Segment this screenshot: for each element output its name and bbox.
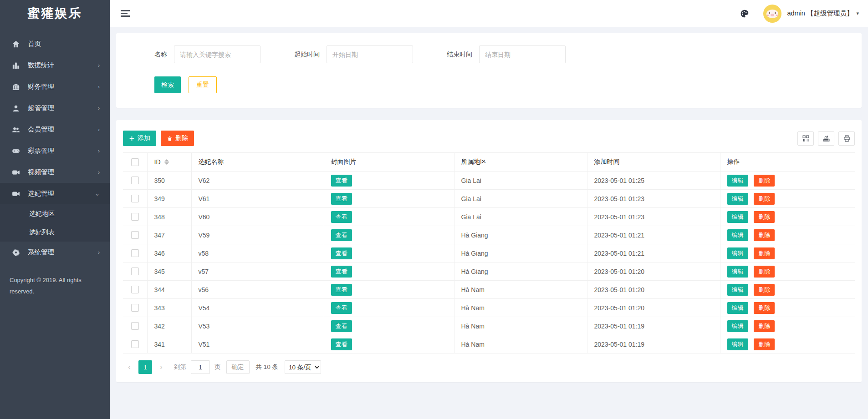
row-checkbox[interactable]	[131, 213, 139, 221]
select-all-checkbox[interactable]	[131, 158, 139, 166]
sidebar-item-home[interactable]: 首页	[0, 33, 110, 55]
confirm-page-button[interactable]: 确定	[226, 360, 250, 374]
delete-row-button[interactable]: 删除	[754, 320, 775, 332]
delete-row-button[interactable]: 删除	[754, 266, 775, 278]
cell-time: 2023-05-01 01:23	[587, 208, 720, 226]
row-checkbox[interactable]	[131, 340, 139, 348]
cell-region: Hà Nam	[454, 299, 587, 317]
delete-row-button[interactable]: 删除	[754, 211, 775, 223]
edit-button[interactable]: 编辑	[727, 302, 748, 314]
per-page-select[interactable]: 10 条/页	[285, 360, 321, 374]
sidebar-subitem-concubine-region[interactable]: 选妃地区	[0, 204, 110, 223]
edit-button[interactable]: 编辑	[727, 266, 748, 278]
delete-row-button[interactable]: 删除	[754, 247, 775, 259]
view-button[interactable]: 查看	[331, 229, 352, 241]
delete-row-button[interactable]: 删除	[754, 338, 775, 350]
copyright-text: Copyright © 2019. All rights reserved.	[10, 275, 101, 297]
sidebar-item-superadmin[interactable]: 超管管理 ›	[0, 97, 110, 119]
row-checkbox[interactable]	[131, 286, 139, 293]
view-button[interactable]: 查看	[331, 338, 352, 350]
cell-time: 2023-05-01 01:19	[587, 317, 720, 335]
edit-button[interactable]: 编辑	[727, 320, 748, 332]
sidebar-item-lottery[interactable]: 彩票管理 ›	[0, 140, 110, 162]
sidebar-item-system[interactable]: 系统管理 ›	[0, 242, 110, 263]
search-button[interactable]: 检索	[154, 76, 181, 93]
row-checkbox[interactable]	[131, 304, 139, 312]
view-button[interactable]: 查看	[331, 247, 352, 259]
sidebar-item-concubine[interactable]: 选妃管理 ⌄	[0, 183, 110, 204]
user-avatar[interactable]	[763, 5, 781, 23]
cell-id: 342	[147, 317, 191, 335]
header-actions: 操作	[720, 153, 855, 172]
table-row: 344 v56 查看 Hà Nam 2023-05-01 01:20 编辑 删除	[123, 281, 855, 299]
delete-row-button[interactable]: 删除	[754, 193, 775, 205]
edit-button[interactable]: 编辑	[727, 284, 748, 296]
sidebar-item-members[interactable]: 会员管理 ›	[0, 119, 110, 140]
chevron-right-icon: ›	[98, 249, 100, 256]
page-number-button[interactable]: 1	[138, 360, 152, 374]
row-checkbox[interactable]	[131, 268, 139, 275]
delete-row-button[interactable]: 删除	[754, 175, 775, 187]
start-date-input[interactable]	[327, 45, 413, 63]
sidebar-subitem-concubine-list[interactable]: 选妃列表	[0, 223, 110, 242]
view-button[interactable]: 查看	[331, 175, 352, 187]
delete-row-button[interactable]: 删除	[754, 284, 775, 296]
theme-palette-icon[interactable]	[738, 7, 751, 20]
cell-name: V54	[191, 299, 324, 317]
view-button[interactable]: 查看	[331, 193, 352, 205]
delete-row-button[interactable]: 删除	[754, 302, 775, 314]
columns-filter-icon[interactable]	[797, 131, 814, 146]
next-page-button[interactable]: ›	[155, 360, 168, 374]
edit-button[interactable]: 编辑	[727, 193, 748, 205]
delete-row-button[interactable]: 删除	[754, 229, 775, 241]
view-button[interactable]: 查看	[331, 302, 352, 314]
menu-toggle-icon[interactable]	[121, 9, 131, 19]
delete-button[interactable]: 删除	[161, 131, 194, 146]
cell-region: Hà Nam	[454, 335, 587, 353]
view-button[interactable]: 查看	[331, 211, 352, 223]
row-checkbox[interactable]	[131, 195, 139, 202]
view-button[interactable]: 查看	[331, 284, 352, 296]
end-date-input[interactable]	[479, 45, 566, 63]
row-checkbox[interactable]	[131, 177, 139, 184]
sidebar-item-statistics[interactable]: 数据统计 ›	[0, 55, 110, 76]
row-checkbox[interactable]	[131, 249, 139, 257]
add-button[interactable]: 添加	[123, 131, 156, 146]
sidebar-item-label: 财务管理	[28, 82, 54, 91]
cell-name: V59	[191, 226, 324, 244]
cell-name: v57	[191, 263, 324, 281]
export-icon[interactable]	[818, 131, 834, 146]
row-checkbox[interactable]	[131, 322, 139, 330]
cell-name: v56	[191, 281, 324, 299]
sidebar-item-finance[interactable]: 财务管理 ›	[0, 76, 110, 97]
edit-button[interactable]: 编辑	[727, 229, 748, 241]
people-icon	[11, 125, 20, 134]
edit-button[interactable]: 编辑	[727, 247, 748, 259]
edit-button[interactable]: 编辑	[727, 211, 748, 223]
chevron-right-icon: ›	[98, 126, 100, 133]
user-menu[interactable]: admin 【超级管理员】 ▾	[787, 9, 859, 18]
view-button[interactable]: 查看	[331, 266, 352, 278]
cell-region: Hà Giang	[454, 263, 587, 281]
view-button[interactable]: 查看	[331, 320, 352, 332]
sidebar-item-label: 视频管理	[28, 168, 54, 177]
cell-region: Gia Lai	[454, 172, 587, 190]
name-search-input[interactable]	[174, 45, 260, 63]
print-icon[interactable]	[838, 131, 855, 146]
cell-id: 345	[147, 263, 191, 281]
prev-page-button[interactable]: ‹	[123, 360, 136, 374]
edit-button[interactable]: 编辑	[727, 175, 748, 187]
bar-chart-icon	[11, 61, 20, 70]
sidebar-item-label: 数据统计	[28, 61, 54, 70]
page-jump-input[interactable]	[191, 360, 210, 374]
sidebar-item-video[interactable]: 视频管理 ›	[0, 162, 110, 183]
row-checkbox[interactable]	[131, 231, 139, 239]
pig-avatar-face	[766, 10, 778, 18]
reset-button[interactable]: 重置	[189, 76, 217, 93]
edit-button[interactable]: 编辑	[727, 338, 748, 350]
start-time-label: 起始时间	[294, 50, 320, 59]
sort-icon[interactable]	[164, 159, 169, 165]
data-table: ID 选妃名称 封面图片 所属地区 添加时间 操作 350	[123, 152, 855, 353]
sidebar-item-label: 会员管理	[28, 125, 54, 134]
cell-id: 347	[147, 226, 191, 244]
